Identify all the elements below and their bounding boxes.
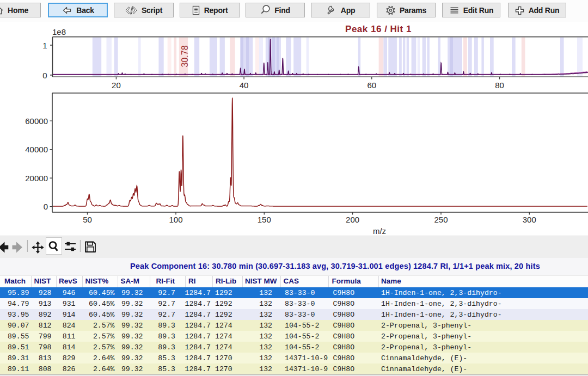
svg-text:m/z: m/z <box>373 226 386 236</box>
svg-text:200: 200 <box>346 215 359 224</box>
svg-text:1: 1 <box>42 41 47 50</box>
svg-text:60: 60 <box>367 81 376 90</box>
svg-text:300: 300 <box>523 215 536 224</box>
svg-text:150: 150 <box>258 215 271 224</box>
svg-text:0: 0 <box>42 71 47 80</box>
svg-text:30.78: 30.78 <box>180 45 189 67</box>
svg-text:40000: 40000 <box>25 145 48 154</box>
svg-text:60000: 60000 <box>25 116 48 126</box>
svg-text:Peak 16 / Hit 1: Peak 16 / Hit 1 <box>345 24 412 34</box>
svg-text:20000: 20000 <box>25 174 48 183</box>
svg-text:100: 100 <box>169 215 182 224</box>
svg-text:1e8: 1e8 <box>52 27 66 36</box>
svg-text:80: 80 <box>495 81 504 90</box>
svg-text:250: 250 <box>434 215 448 224</box>
svg-text:40: 40 <box>240 81 249 90</box>
svg-text:50: 50 <box>83 215 92 224</box>
svg-text:20: 20 <box>112 81 121 90</box>
svg-text:0: 0 <box>44 202 48 211</box>
